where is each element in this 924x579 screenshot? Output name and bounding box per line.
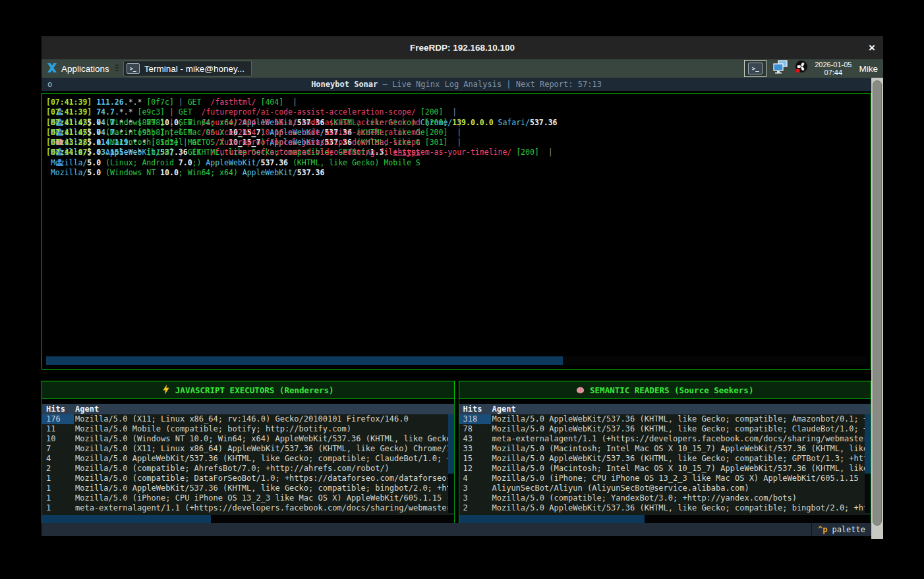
table-row[interactable]: 78Mozilla/5.0 AppleWebKit/537.36 (KHTML,… — [459, 424, 871, 434]
terminal-main: o Honeybot Sonar — Live Nginx Log Analys… — [42, 78, 871, 539]
agent-cell: Mozilla/5.0 (Macintosh; Intel Mac OS X 1… — [491, 444, 871, 454]
agent-cell: Mozilla/5.0 (compatible; AhrefsBot/7.0; … — [74, 464, 454, 474]
table-row[interactable]: 4Mozilla/5.0 AppleWebKit/537.36 (KHTML, … — [42, 454, 454, 464]
hits-cell: 4 — [42, 454, 74, 464]
agent-cell: Mozilla/5.0 (X11; Linux x86_64; rv:146.0… — [74, 414, 454, 424]
hits-cell: 1 — [42, 493, 74, 503]
column-header-hits: Hits — [459, 404, 491, 414]
table-row[interactable]: 1Mozilla/5.0 (iPhone; CPU iPhone OS 13_2… — [42, 493, 454, 503]
panel-header: JAVASCRIPT EXECUTORS (Renderers) — [42, 381, 455, 399]
table-row[interactable]: 11Mozilla/5.0 Mobile (compatible; botify… — [42, 424, 454, 434]
table-row[interactable]: 43meta-externalagent/1.1 (+https://devel… — [459, 434, 871, 444]
clock[interactable]: 2026-01-0507:44 — [815, 61, 852, 76]
hits-cell: 1 — [42, 503, 74, 513]
user-menu[interactable]: Mike — [857, 64, 879, 74]
table-header: Hits Agent — [42, 404, 454, 414]
panel-title: SEMANTIC READERS (Source Seekers) — [590, 385, 753, 395]
footer-status-bar: ^p palette — [42, 523, 871, 536]
table-row[interactable]: 2Mozilla/5.0 AppleWebKit/537.36 (KHTML, … — [459, 503, 871, 513]
task-button-label: Terminal - mike@honey... — [144, 64, 245, 74]
agent-cell: Mozilla/5.0 (iPhone; CPU iPhone OS 13_2_… — [74, 493, 454, 503]
display-settings-icon[interactable] — [772, 60, 788, 77]
log-line: [07:41:43] 74.7.*.* [8798] | GET /source… — [46, 118, 871, 128]
task-button-terminal[interactable]: >_ Terminal - mike@honey... — [123, 61, 252, 76]
table-row[interactable]: 10Mozilla/5.0 (Windows NT 10.0; Win64; x… — [42, 434, 454, 444]
table-row[interactable]: 1meta-externalagent/1.1 (+https://develo… — [42, 503, 454, 513]
agent-cell: Mozilla/5.0 (Macintosh; Intel Mac OS X 1… — [491, 464, 871, 474]
hits-cell: 10 — [42, 434, 74, 444]
terminal-icon: >_ — [748, 63, 763, 74]
tray-terminal-button[interactable]: >_ — [744, 60, 766, 77]
tmux-status-bar: o Honeybot Sonar — Live Nginx Log Analys… — [42, 78, 871, 91]
panel-horizontal-scrollbar[interactable] — [42, 515, 454, 523]
hits-cell: 2 — [459, 503, 491, 513]
agent-cell: Mozilla/5.0 AppleWebKit/537.36 (KHTML, l… — [491, 424, 871, 434]
panel-title: JAVASCRIPT EXECUTORS (Renderers) — [175, 385, 334, 395]
panel-horizontal-scrollbar[interactable] — [459, 515, 871, 523]
palette-shortcut-label: palette — [832, 525, 865, 534]
table-row[interactable]: 12Mozilla/5.0 (Macintosh; Intel Mac OS X… — [459, 464, 871, 474]
panel-vertical-scrollbar[interactable] — [865, 414, 871, 513]
freerdp-window: FreeRDP: 192.168.10.100 × Applications >… — [42, 36, 883, 539]
hits-cell: 7 — [42, 444, 74, 454]
agent-cell: Mozilla/5.0 (iPhone; CPU iPhone OS 13_2_… — [491, 474, 871, 483]
lightning-icon — [162, 385, 170, 395]
agent-cell: Mozilla/5.0 AppleWebKit/537.36 (KHTML, l… — [491, 414, 871, 424]
system-tray: >_ 2026-01-0507:44 Mike — [744, 60, 879, 77]
column-header-agent: Agent — [491, 404, 871, 414]
close-button[interactable]: × — [869, 36, 875, 59]
user-icon — [55, 158, 64, 167]
table-row[interactable]: 33Mozilla/5.0 (Macintosh; Intel Mac OS X… — [459, 444, 871, 454]
table-row[interactable]: 4Mozilla/5.0 (iPhone; CPU iPhone OS 13_2… — [459, 474, 871, 483]
table-row[interactable]: 7Mozilla/5.0 (X11; Linux x86_64) AppleWe… — [42, 444, 454, 454]
hits-cell: 78 — [459, 424, 491, 434]
table-row[interactable]: 2Mozilla/5.0 (compatible; AhrefsBot/7.0;… — [42, 464, 454, 474]
panel-vertical-scrollbar-thumb[interactable] — [448, 414, 454, 474]
log-line: [07:44:07] 43.155.*.* [b138] | GET /futu… — [46, 148, 871, 157]
table-rows: 318Mozilla/5.0 AppleWebKit/537.36 (KHTML… — [459, 414, 871, 515]
table-row[interactable]: 15Mozilla/5.0 AppleWebKit/537.36 (KHTML,… — [459, 454, 871, 464]
window-titlebar: FreeRDP: 192.168.10.100 × — [42, 36, 883, 59]
app-title-name: Honeybot Sonar — [311, 80, 378, 89]
log-horizontal-scrollbar[interactable] — [46, 356, 867, 365]
table-row[interactable]: 176Mozilla/5.0 (X11; Linux x86_64; rv:14… — [42, 414, 454, 424]
hits-cell: 12 — [459, 464, 491, 474]
hits-cell: 43 — [459, 434, 491, 444]
panel-grip — [115, 65, 119, 72]
window-title: FreeRDP: 192.168.10.100 — [410, 43, 515, 53]
hits-cell: 176 — [42, 414, 74, 424]
log-line: [07:41:45] 74.7.*.* [93b8] | GET /source… — [46, 128, 871, 138]
brain-icon — [576, 385, 585, 395]
table-row[interactable]: 3Mozilla/5.0 (compatible; YandexBot/3.0;… — [459, 493, 871, 503]
session-indicator: o — [47, 80, 52, 89]
log-lines: [07:41:39] 111.26.*.* [0f7c] | GET /fast… — [46, 97, 871, 356]
agent-cell: Mozilla/5.0 AppleWebKit/537.36 (KHTML, l… — [74, 454, 454, 464]
agent-cell: meta-externalagent/1.1 (+https://develop… — [74, 503, 454, 513]
obs-studio-icon[interactable] — [794, 60, 809, 77]
taskbar: Applications >_ Terminal - mike@honey...… — [42, 59, 883, 78]
table-row[interactable]: 3AliyunSecBot/Aliyun (AliyunSecBot@servi… — [459, 483, 871, 493]
panel-horizontal-scrollbar-thumb[interactable] — [459, 515, 645, 523]
panel-horizontal-scrollbar-thumb[interactable] — [42, 515, 211, 523]
app-title-subtitle: — Live Nginx Log Analysis | Next Report:… — [378, 80, 602, 89]
panel-vertical-scrollbar-thumb[interactable] — [865, 414, 871, 474]
main-vertical-scrollbar[interactable] — [871, 78, 883, 539]
agent-cell: Mozilla/5.0 (compatible; YandexBot/3.0; … — [491, 493, 871, 503]
table-header: Hits Agent — [459, 404, 871, 414]
log-horizontal-scrollbar-thumb[interactable] — [46, 356, 563, 365]
palette-shortcut[interactable]: ^p palette — [811, 523, 871, 536]
table-row[interactable]: 1Mozilla/5.0 (compatible; DataForSeoBot/… — [42, 474, 454, 483]
agent-cell: meta-externalagent/1.1 (+https://develop… — [491, 434, 871, 444]
hits-cell: 318 — [459, 414, 491, 424]
table-row[interactable]: 318Mozilla/5.0 AppleWebKit/537.36 (KHTML… — [459, 414, 871, 424]
log-line: [07:41:39] 74.7.*.* [e9c3] | GET /future… — [46, 107, 871, 117]
main-vertical-scrollbar-thumb[interactable] — [873, 80, 882, 526]
panel-vertical-scrollbar[interactable] — [448, 414, 454, 513]
column-header-agent: Agent — [74, 404, 454, 414]
applications-menu[interactable]: Applications — [45, 59, 111, 78]
table-rows: 176Mozilla/5.0 (X11; Linux x86_64; rv:14… — [42, 414, 454, 515]
log-line: [07:41:39] 111.26.*.* [0f7c] | GET /fast… — [46, 97, 871, 107]
table-row[interactable]: 1Mozilla/5.0 AppleWebKit/537.36 (KHTML, … — [42, 483, 454, 493]
panel-semantic-readers: SEMANTIC READERS (Source Seekers) Hits A… — [459, 381, 872, 523]
lightning-icon — [162, 385, 170, 395]
